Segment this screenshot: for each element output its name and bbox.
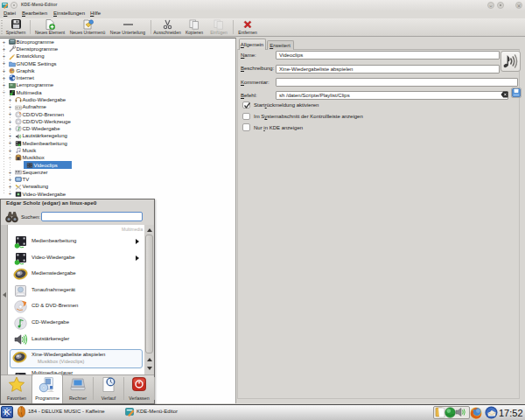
svg-text:K: K bbox=[4, 408, 10, 416]
